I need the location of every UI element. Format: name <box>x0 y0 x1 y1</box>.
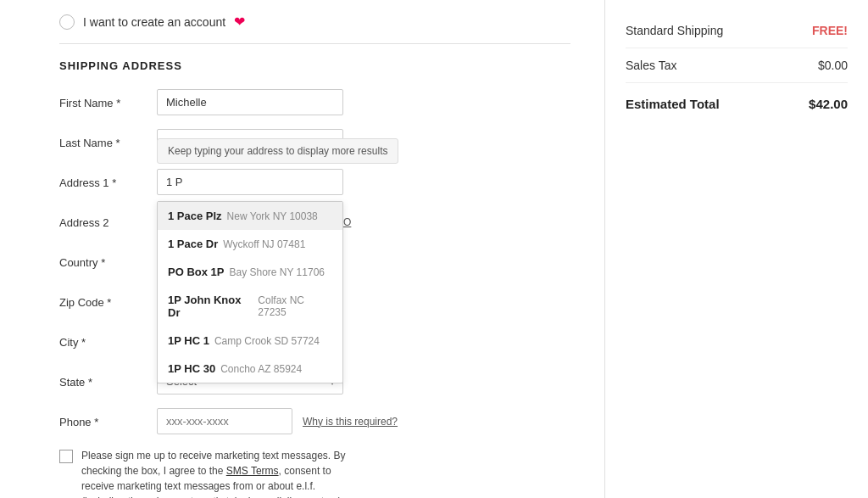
address1-row: Address 1 * Keep typing your address to … <box>59 169 570 195</box>
shipping-value: FREE! <box>812 24 848 37</box>
marketing-checkbox[interactable] <box>59 450 73 463</box>
city-label: City * <box>59 328 157 349</box>
shipping-label: Standard Shipping <box>626 24 723 37</box>
autocomplete-item-2[interactable]: PO Box 1P Bay Shore NY 11706 <box>158 258 342 286</box>
account-row: I want to create an account ❤ <box>59 14 570 44</box>
order-summary-panel: Standard Shipping FREE! Sales Tax $0.00 … <box>605 0 868 498</box>
country-label: Country * <box>59 249 157 269</box>
first-name-row: First Name * <box>59 89 570 115</box>
autocomplete-item-5[interactable]: 1P HC 30 Concho AZ 85924 <box>158 355 342 383</box>
autocomplete-dropdown: 1 Pace Plz New York NY 10038 1 Pace Dr W… <box>157 201 343 383</box>
marketing-row: Please sign me up to receive marketing t… <box>59 448 348 498</box>
phone-label: Phone * <box>59 408 157 428</box>
account-checkbox[interactable] <box>59 14 75 30</box>
account-label: I want to create an account <box>83 15 225 29</box>
address1-input[interactable] <box>157 169 343 195</box>
phone-row: Phone * Why is this required? <box>59 408 570 434</box>
why-required-link[interactable]: Why is this required? <box>303 416 398 428</box>
section-title: SHIPPING ADDRESS <box>59 59 570 72</box>
autocomplete-item-1[interactable]: 1 Pace Dr Wyckoff NJ 07481 <box>158 230 342 258</box>
phone-input[interactable] <box>157 408 292 434</box>
tax-summary-row: Sales Tax $0.00 <box>626 48 848 83</box>
autocomplete-item-3[interactable]: 1P John Knox Dr Colfax NC 27235 <box>158 286 342 327</box>
tax-value: $0.00 <box>818 59 848 72</box>
heart-icon: ❤ <box>234 14 245 30</box>
tax-label: Sales Tax <box>626 59 676 72</box>
first-name-input[interactable] <box>157 89 343 115</box>
phone-field: Why is this required? <box>157 408 570 434</box>
address1-label: Address 1 * <box>59 169 157 189</box>
autocomplete-item-4[interactable]: 1P HC 1 Camp Crook SD 57724 <box>158 327 342 355</box>
total-value: $42.00 <box>809 97 848 111</box>
total-row: Estimated Total $42.00 <box>626 83 848 118</box>
state-label: State * <box>59 368 157 389</box>
zip-label: Zip Code * <box>59 288 157 309</box>
first-name-field <box>157 89 570 115</box>
first-name-label: First Name * <box>59 89 157 109</box>
last-name-label: Last Name * <box>59 129 157 149</box>
sms-terms-link[interactable]: SMS Terms <box>226 465 279 477</box>
address2-label: Address 2 <box>59 209 157 229</box>
autocomplete-tooltip: Keep typing your address to display more… <box>157 138 398 164</box>
marketing-text: Please sign me up to receive marketing t… <box>81 448 348 498</box>
shipping-summary-row: Standard Shipping FREE! <box>626 14 848 48</box>
address1-field: Keep typing your address to display more… <box>157 169 570 195</box>
total-label: Estimated Total <box>626 97 720 111</box>
autocomplete-item-0[interactable]: 1 Pace Plz New York NY 10038 <box>158 202 342 230</box>
